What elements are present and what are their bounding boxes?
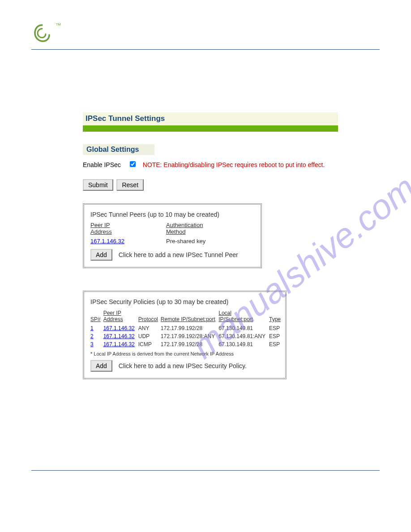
policy-row: 1 167.1.146.32 ANY 172.17.99.192/28 67.1…	[90, 324, 283, 332]
peer-ip-link[interactable]: 167.1.146.32	[90, 238, 124, 245]
policy-remote: 172.17.99.192/28	[161, 340, 218, 348]
trademark-label: TM	[56, 22, 61, 26]
add-policy-button[interactable]: Add	[90, 360, 112, 372]
policy-type: ESP	[269, 332, 283, 340]
policy-proto: UDP	[138, 332, 161, 340]
peer-row: 167.1.146.32 Pre-shared key	[90, 237, 254, 245]
policies-col-type: Type	[269, 309, 283, 324]
enable-row: Enable IPSec NOTE: Enabling/disabling IP…	[83, 161, 338, 168]
peers-table: Peer IP Address Authentication Method 16…	[90, 222, 254, 245]
global-settings-title: Global Settings	[83, 144, 154, 155]
logo-area: TM	[31, 22, 380, 46]
peers-col-ip: Peer IP Address	[90, 222, 166, 237]
policies-footnote: * Local IP Address is derived from the c…	[90, 351, 279, 356]
policy-type: ESP	[269, 340, 283, 348]
enable-ipsec-label: Enable IPSec	[83, 161, 121, 168]
button-row: Submit Reset	[83, 179, 338, 191]
main-content: manualshive.com IPSec Tunnel Settings Gl…	[83, 112, 338, 379]
add-policy-text: Click here to add a new IPSec Security P…	[119, 362, 247, 369]
policies-col-protocol: Protocol	[138, 309, 161, 324]
enable-ipsec-checkbox[interactable]	[130, 161, 136, 167]
policies-panel: IPSec Security Policies (up to 30 may be…	[83, 291, 287, 379]
green-divider	[83, 125, 338, 132]
footer-divider	[31, 470, 380, 471]
peers-panel-title: IPSec Tunnel Peers (up to 10 may be crea…	[90, 211, 254, 218]
add-peer-button[interactable]: Add	[90, 249, 112, 261]
policy-ip-link[interactable]: 167.1.146.32	[103, 333, 135, 339]
peers-add-row: Add Click here to add a new IPSec Tunnel…	[90, 249, 254, 261]
policies-add-row: Add Click here to add a new IPSec Securi…	[90, 360, 279, 372]
policy-sp-link[interactable]: 3	[90, 341, 94, 348]
policy-local: 67.130.149.81	[218, 340, 269, 348]
add-peer-text: Click here to add a new IPSec Tunnel Pee…	[119, 251, 238, 258]
policy-ip-link[interactable]: 167.1.146.32	[103, 325, 135, 331]
header-divider	[31, 49, 380, 50]
policies-table: SP# Peer IPAddress Protocol Remote IP/Su…	[90, 309, 283, 348]
policy-proto: ANY	[138, 324, 161, 332]
policies-panel-title: IPSec Security Policies (up to 30 may be…	[90, 298, 279, 305]
policy-ip-link[interactable]: 167.1.146.32	[103, 341, 135, 348]
policies-col-local: LocalIP/Subnet:port	[218, 309, 269, 324]
policy-type: ESP	[269, 324, 283, 332]
policy-sp-link[interactable]: 2	[90, 333, 94, 339]
policy-row: 2 167.1.146.32 UDP 172.17.99.192/28:ANY …	[90, 332, 283, 340]
policy-local: 67.130.149.81:ANY	[218, 332, 269, 340]
peers-col-auth: Authentication Method	[166, 222, 254, 237]
policy-sp-link[interactable]: 1	[90, 325, 94, 331]
logo-swirl-icon	[31, 22, 53, 44]
reset-button[interactable]: Reset	[116, 179, 144, 191]
policies-col-ip: Peer IPAddress	[103, 309, 138, 324]
policy-remote: 172.17.99.192/28	[161, 324, 218, 332]
enable-note: NOTE: Enabling/disabling IPSec requires …	[143, 161, 325, 168]
policy-row: 3 167.1.146.32 ICMP 172.17.99.192/28 67.…	[90, 340, 283, 348]
policy-proto: ICMP	[138, 340, 161, 348]
peer-auth: Pre-shared key	[166, 237, 254, 245]
peers-panel: IPSec Tunnel Peers (up to 10 may be crea…	[83, 203, 262, 268]
policy-local: 67.130.149.81	[218, 324, 269, 332]
policies-col-sp: SP#	[90, 309, 103, 324]
submit-button[interactable]: Submit	[83, 179, 113, 191]
policy-remote: 172.17.99.192/28:ANY	[161, 332, 218, 340]
policies-col-remote: Remote IP/Subnet:port	[161, 309, 218, 324]
page-title: IPSec Tunnel Settings	[83, 112, 338, 125]
